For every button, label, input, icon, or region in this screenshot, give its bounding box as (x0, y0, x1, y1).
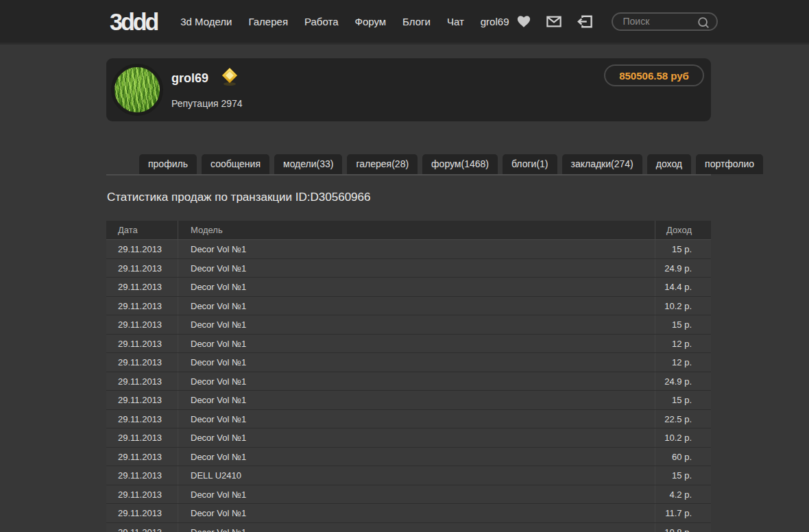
cell-model: Decor Vol №1 (178, 410, 655, 428)
page: 3ddd 3d МоделиГалереяРаботаФорумБлогиЧат… (0, 0, 809, 532)
favorites-heart-icon[interactable] (517, 15, 531, 28)
cell-income: 15 р. (655, 466, 711, 485)
balance-badge[interactable]: 850506.58 руб (604, 64, 704, 86)
cell-model: Decor Vol №1 (178, 259, 655, 278)
cell-date: 29.11.2013 (106, 335, 178, 353)
balance-value: 850506.58 руб (619, 70, 689, 82)
nav-item[interactable]: Галерея (248, 16, 288, 27)
column-header-income: Доход (655, 221, 711, 239)
nav-item[interactable]: Блоги (402, 16, 431, 27)
messages-mail-icon[interactable] (546, 16, 562, 27)
profile-tab[interactable]: модели(33) (274, 154, 342, 174)
cell-income: 15 р. (655, 240, 711, 258)
cell-date: 29.11.2013 (106, 428, 178, 447)
profile-tab[interactable]: сообщения (202, 154, 269, 174)
profile-tab[interactable]: блоги(1) (503, 154, 557, 174)
column-header-model: Модель (178, 221, 655, 239)
reputation-label: Репутация 2974 (171, 98, 243, 109)
top-nav: 3d МоделиГалереяРаботаФорумБлогиЧатgrol6… (172, 16, 517, 27)
profile-tab[interactable]: профиль (139, 154, 197, 174)
cell-income: 22.5 р. (655, 410, 711, 428)
table-row[interactable]: 29.11.2013 Decor Vol №1 10.2 р. (106, 428, 711, 448)
profile-tab[interactable]: галерея(28) (347, 154, 418, 174)
cell-date: 29.11.2013 (106, 391, 178, 409)
cell-date: 29.11.2013 (106, 523, 178, 532)
cell-income: 12 р. (655, 335, 711, 353)
profile-tab[interactable]: доход (647, 154, 691, 174)
table-row[interactable]: 29.11.2013 Decor Vol №1 15 р. (106, 391, 711, 410)
table-row[interactable]: 29.11.2013 Decor Vol №1 24.9 р. (106, 259, 711, 278)
topbar-icons (517, 15, 592, 28)
sales-table: Дата Модель Доход 29.11.2013 Decor Vol №… (106, 221, 711, 532)
cell-date: 29.11.2013 (106, 485, 178, 504)
column-header-date: Дата (106, 221, 178, 239)
cell-income: 24.9 р. (655, 372, 711, 391)
nav-item[interactable]: 3d Модели (180, 16, 232, 27)
table-row[interactable]: 29.11.2013 Decor Vol №1 10.2 р. (106, 297, 711, 316)
logout-icon[interactable] (577, 15, 592, 28)
table-row[interactable]: 29.11.2013 Decor Vol №1 15 р. (106, 315, 711, 335)
cell-income: 12 р. (655, 353, 711, 372)
cell-model: Decor Vol №1 (178, 353, 655, 372)
profile-card: grol69 (106, 58, 711, 121)
cell-model: Decor Vol №1 (178, 315, 655, 334)
cell-date: 29.11.2013 (106, 372, 178, 391)
cell-model: Decor Vol №1 (178, 523, 655, 532)
cell-income: 10.2 р. (655, 428, 711, 447)
profile-tabs: профильсообщениямодели(33)галерея(28)фор… (106, 154, 711, 176)
cell-date: 29.11.2013 (106, 466, 178, 485)
nav-item[interactable]: Работа (304, 16, 339, 27)
cell-model: Decor Vol №1 (178, 240, 655, 258)
cell-date: 29.11.2013 (106, 297, 178, 315)
cell-income: 10.8 р. (655, 523, 711, 532)
table-row[interactable]: 29.11.2013 Decor Vol №1 12 р. (106, 353, 711, 372)
profile-tab[interactable]: закладки(274) (562, 154, 642, 174)
cell-model: Decor Vol №1 (178, 335, 655, 353)
profile-tab[interactable]: форум(1468) (422, 154, 498, 174)
cell-income: 15 р. (655, 391, 711, 409)
top-bar: 3ddd 3d МоделиГалереяРаботаФорумБлогиЧат… (0, 0, 809, 45)
cell-model: Decor Vol №1 (178, 391, 655, 409)
gold-diamond-rank-icon (221, 67, 239, 89)
cell-income: 14.4 р. (655, 278, 711, 296)
cell-date: 29.11.2013 (106, 353, 178, 372)
table-row[interactable]: 29.11.2013 Decor Vol №1 15 р. (106, 240, 711, 259)
nav-item[interactable]: Чат (447, 16, 464, 27)
cell-income: 10.2 р. (655, 297, 711, 315)
table-row[interactable]: 29.11.2013 Decor Vol №1 4.2 р. (106, 485, 711, 505)
cell-income: 15 р. (655, 315, 711, 334)
table-row[interactable]: 29.11.2013 Decor Vol №1 12 р. (106, 335, 711, 354)
cell-income: 60 р. (655, 448, 711, 466)
profile-tab[interactable]: портфолио (696, 154, 763, 174)
cell-date: 29.11.2013 (106, 240, 178, 258)
profile-info: grol69 (171, 67, 243, 109)
cell-date: 29.11.2013 (106, 504, 178, 522)
table-row[interactable]: 29.11.2013 Decor Vol №1 11.7 р. (106, 504, 711, 523)
search-input[interactable] (613, 16, 767, 27)
cell-date: 29.11.2013 (106, 259, 178, 278)
avatar[interactable] (111, 64, 163, 116)
cell-model: Decor Vol №1 (178, 278, 655, 296)
table-row[interactable]: 29.11.2013 Decor Vol №1 14.4 р. (106, 278, 711, 297)
cell-model: Decor Vol №1 (178, 485, 655, 504)
cell-model: Decor Vol №1 (178, 448, 655, 466)
table-row[interactable]: 29.11.2013 Decor Vol №1 60 р. (106, 448, 711, 467)
cell-model: DELL U2410 (178, 466, 655, 485)
cell-income: 24.9 р. (655, 259, 711, 278)
table-row[interactable]: 29.11.2013 Decor Vol №1 22.5 р. (106, 410, 711, 429)
cell-model: Decor Vol №1 (178, 372, 655, 391)
table-row[interactable]: 29.11.2013 DELL U2410 15 р. (106, 466, 711, 485)
nav-item[interactable]: grol69 (481, 16, 509, 27)
nav-item[interactable]: Форум (355, 16, 387, 27)
table-row[interactable]: 29.11.2013 Decor Vol №1 10.8 р. (106, 523, 711, 532)
cell-income: 4.2 р. (655, 485, 711, 504)
table-header: Дата Модель Доход (106, 221, 711, 240)
cell-model: Decor Vol №1 (178, 504, 655, 522)
cell-date: 29.11.2013 (106, 448, 178, 466)
cell-date: 29.11.2013 (106, 315, 178, 334)
site-logo[interactable]: 3ddd (110, 8, 157, 36)
search-icon[interactable] (697, 16, 710, 32)
table-row[interactable]: 29.11.2013 Decor Vol №1 24.9 р. (106, 372, 711, 391)
cell-income: 11.7 р. (655, 504, 711, 522)
search-box (612, 12, 718, 31)
